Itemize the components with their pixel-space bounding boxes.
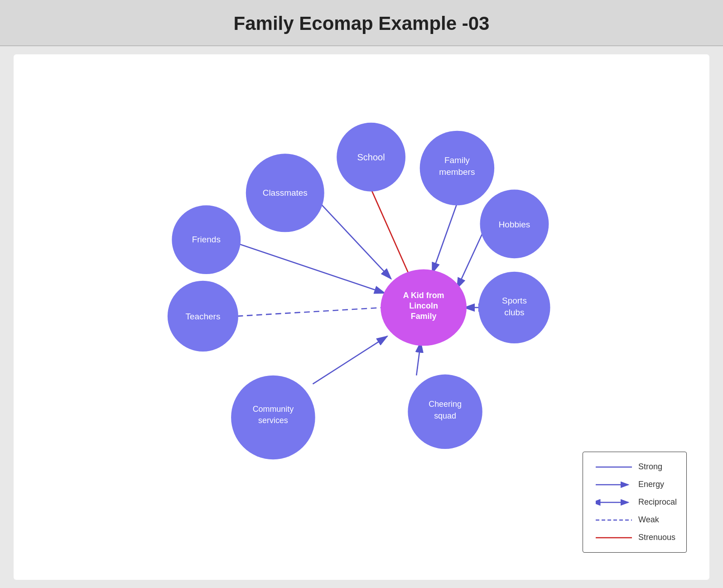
legend-line-strenuous	[596, 533, 632, 542]
legend-label-energy: Energy	[638, 480, 664, 489]
legend-label-strenuous: Strenuous	[638, 533, 675, 542]
label-sports-line2: clubs	[504, 308, 524, 317]
legend-item-strenuous: Strenuous	[596, 533, 674, 542]
line-classmates	[319, 202, 391, 279]
line-cheering	[416, 342, 420, 376]
label-classmates: Classmates	[263, 188, 308, 198]
main-area: A Kid from Lincoln Family School Family …	[14, 54, 709, 580]
line-teachers	[237, 308, 383, 316]
label-family-line1: Family	[444, 155, 470, 165]
legend-line-weak	[596, 516, 632, 525]
legend-item-strong: Strong	[596, 462, 674, 472]
legend-item-energy: Energy	[596, 480, 674, 489]
label-school: School	[357, 152, 385, 162]
legend-item-weak: Weak	[596, 515, 674, 525]
header: Family Ecomap Example -03	[0, 0, 723, 46]
legend-line-energy	[596, 480, 632, 489]
label-teachers: Teachers	[185, 312, 220, 321]
legend: Strong Energy	[583, 452, 687, 553]
legend-item-reciprocal: Reciprocal	[596, 497, 674, 507]
legend-line-strong	[596, 463, 632, 472]
center-label-line3: Family	[411, 312, 437, 321]
line-community	[313, 336, 387, 384]
legend-label-weak: Weak	[638, 515, 659, 525]
label-sports-line1: Sports	[502, 296, 527, 305]
label-hobbies: Hobbies	[499, 220, 530, 229]
label-friends: Friends	[192, 235, 221, 244]
legend-label-reciprocal: Reciprocal	[638, 497, 677, 507]
legend-line-reciprocal	[596, 498, 632, 507]
line-hobbies	[457, 233, 482, 288]
label-community-line2: services	[258, 416, 288, 425]
line-friends	[239, 244, 385, 294]
label-community-line1: Community	[253, 405, 294, 414]
line-family	[432, 203, 457, 273]
center-label-line1: A Kid from	[403, 291, 444, 300]
label-cheering-line1: Cheering	[429, 400, 462, 409]
legend-label-strong: Strong	[638, 462, 662, 472]
label-cheering-line2: squad	[434, 411, 456, 420]
page-title: Family Ecomap Example -03	[0, 13, 723, 34]
line-school	[371, 189, 409, 275]
label-family-line2: members	[439, 167, 475, 177]
center-label-line2: Lincoln	[409, 301, 438, 310]
